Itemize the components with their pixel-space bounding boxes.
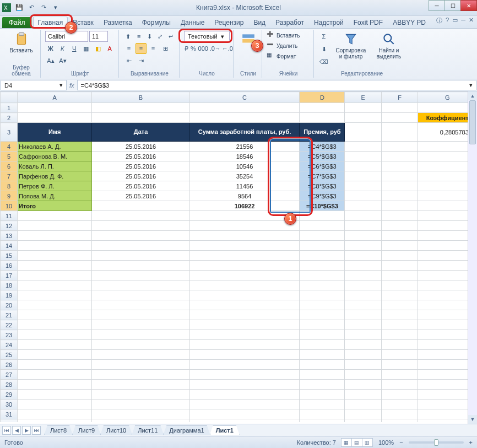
cell[interactable] xyxy=(18,330,92,340)
cell[interactable] xyxy=(345,340,382,350)
cell[interactable] xyxy=(92,241,189,251)
cell[interactable]: 25.05.2016 xyxy=(92,142,189,152)
find-select-button[interactable]: Найти и выделить xyxy=(372,31,405,61)
select-all-corner[interactable] xyxy=(1,92,18,103)
align-left-button[interactable]: ≡ xyxy=(123,43,134,54)
row-header[interactable]: 25 xyxy=(1,350,18,360)
zoom-slider[interactable] xyxy=(409,441,464,444)
cell[interactable] xyxy=(300,290,345,300)
cell[interactable] xyxy=(92,300,189,310)
sheet-tab[interactable]: Лист10 xyxy=(100,425,132,435)
cell[interactable] xyxy=(18,241,92,251)
indent-dec-button[interactable]: ⇤ xyxy=(123,55,134,66)
cell[interactable] xyxy=(345,231,382,241)
page-break-view-icon[interactable]: ▥ xyxy=(362,438,373,447)
cell[interactable] xyxy=(92,280,189,290)
cell[interactable] xyxy=(300,390,345,400)
cell[interactable] xyxy=(18,300,92,310)
zoom-in-button[interactable]: + xyxy=(469,439,473,446)
cell[interactable]: Петров Ф. Л. xyxy=(18,181,92,191)
zoom-level[interactable]: 100% xyxy=(378,439,394,446)
cell[interactable] xyxy=(189,340,300,350)
cell[interactable]: =C9*$G$3 xyxy=(300,191,345,201)
cell[interactable] xyxy=(345,290,382,300)
cell[interactable] xyxy=(18,251,92,261)
cell[interactable] xyxy=(345,400,382,409)
cell[interactable] xyxy=(189,400,300,409)
row-header[interactable]: 23 xyxy=(1,330,18,340)
cell[interactable] xyxy=(345,103,382,113)
cell[interactable]: Попова М. Д. xyxy=(18,191,92,201)
cell[interactable]: 25.05.2016 xyxy=(92,191,189,201)
cell[interactable] xyxy=(381,211,418,221)
fill-color-button[interactable]: ◧ xyxy=(93,43,104,54)
cell[interactable] xyxy=(92,409,189,419)
row-header[interactable]: 16 xyxy=(1,261,18,271)
cell[interactable] xyxy=(189,271,300,280)
cell[interactable] xyxy=(300,300,345,310)
cell[interactable]: 25.05.2016 xyxy=(92,171,189,181)
cell[interactable]: 25.05.2016 xyxy=(92,181,189,191)
cell[interactable] xyxy=(345,161,382,171)
cell[interactable] xyxy=(300,251,345,261)
cell[interactable] xyxy=(92,113,189,123)
cell[interactable] xyxy=(381,290,418,300)
cell[interactable] xyxy=(189,241,300,251)
cell[interactable] xyxy=(189,350,300,360)
cell[interactable] xyxy=(345,271,382,280)
cell[interactable] xyxy=(381,330,418,340)
cell[interactable]: Коваль Л. П. xyxy=(18,161,92,171)
cell[interactable] xyxy=(92,261,189,271)
cell[interactable]: 25.05.2016 xyxy=(92,161,189,171)
col-header-E[interactable]: E xyxy=(345,92,382,103)
cell[interactable] xyxy=(345,280,382,290)
cell[interactable]: 9564 xyxy=(189,191,300,201)
currency-button[interactable]: ₽ xyxy=(184,43,189,54)
row-header[interactable]: 20 xyxy=(1,300,18,310)
file-tab[interactable]: Файл xyxy=(2,17,32,28)
cell[interactable] xyxy=(300,409,345,419)
bold-button[interactable]: Ж xyxy=(45,43,56,54)
cell[interactable] xyxy=(92,370,189,380)
cell[interactable] xyxy=(381,201,418,211)
cell[interactable] xyxy=(189,231,300,241)
ribbon-min-icon[interactable]: ▭ xyxy=(452,17,458,25)
cell[interactable] xyxy=(92,390,189,400)
cell[interactable] xyxy=(381,251,418,261)
sheet-tab[interactable]: Лист11 xyxy=(132,425,164,435)
cell[interactable] xyxy=(18,360,92,370)
cell[interactable] xyxy=(345,380,382,390)
align-bottom-button[interactable]: ⬇ xyxy=(145,31,154,42)
cell[interactable] xyxy=(189,251,300,261)
cell[interactable]: Сумма заработной платы, руб. xyxy=(189,123,300,142)
inc-decimal-button[interactable]: .0→ xyxy=(210,43,221,54)
row-header[interactable]: 7 xyxy=(1,171,18,181)
cell[interactable] xyxy=(18,113,92,123)
cell[interactable]: =C6*$G$3 xyxy=(300,161,345,171)
cell[interactable]: =C7*$G$3 xyxy=(300,171,345,181)
cell[interactable] xyxy=(300,280,345,290)
cell[interactable] xyxy=(18,211,92,221)
cell[interactable] xyxy=(345,211,382,221)
row-header[interactable]: 12 xyxy=(1,221,18,231)
name-box[interactable]: D4 ▾ xyxy=(1,80,67,90)
cell[interactable] xyxy=(381,142,418,152)
cell[interactable] xyxy=(92,380,189,390)
underline-button[interactable]: Ч xyxy=(69,43,80,54)
row-header[interactable]: 8 xyxy=(1,181,18,191)
tab-view[interactable]: Вид xyxy=(248,17,270,28)
tab-data[interactable]: Данные xyxy=(176,17,209,28)
row-header[interactable]: 32 xyxy=(1,419,18,423)
col-header-B[interactable]: B xyxy=(92,92,189,103)
cell[interactable] xyxy=(345,330,382,340)
cell[interactable]: 10546 xyxy=(189,161,300,171)
cell[interactable] xyxy=(18,103,92,113)
cell[interactable] xyxy=(381,409,418,419)
cell[interactable] xyxy=(300,419,345,423)
row-header[interactable]: 1 xyxy=(1,103,18,113)
cell[interactable] xyxy=(92,103,189,113)
cell[interactable] xyxy=(381,221,418,231)
col-header-F[interactable]: F xyxy=(381,92,418,103)
sheet-tab[interactable]: Диаграмма1 xyxy=(163,425,210,435)
page-layout-view-icon[interactable]: ▤ xyxy=(351,438,362,447)
